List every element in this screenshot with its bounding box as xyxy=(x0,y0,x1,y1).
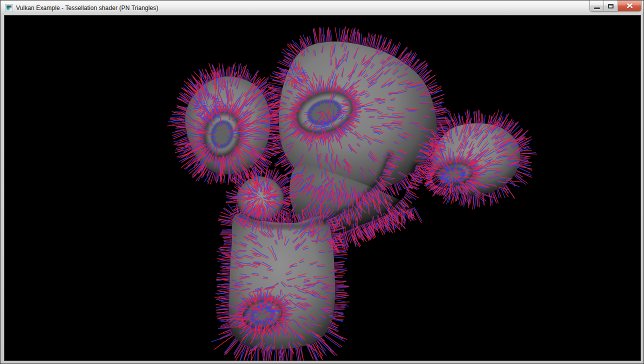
viewport-3d[interactable] xyxy=(4,15,641,361)
app-icon-pane xyxy=(10,8,12,10)
window-controls xyxy=(590,0,642,12)
render-canvas xyxy=(4,16,640,360)
window-title: Vulkan Example - Tessellation shader (PN… xyxy=(16,4,158,12)
app-icon[interactable] xyxy=(5,4,13,12)
minimize-icon xyxy=(594,8,600,9)
minimize-button[interactable] xyxy=(590,0,604,11)
window: Vulkan Example - Tessellation shader (PN… xyxy=(0,0,644,364)
maximize-icon xyxy=(608,4,614,8)
title-bar[interactable]: Vulkan Example - Tessellation shader (PN… xyxy=(1,1,643,15)
close-button[interactable] xyxy=(618,0,641,11)
close-icon xyxy=(626,3,634,8)
maximize-button[interactable] xyxy=(604,0,618,11)
